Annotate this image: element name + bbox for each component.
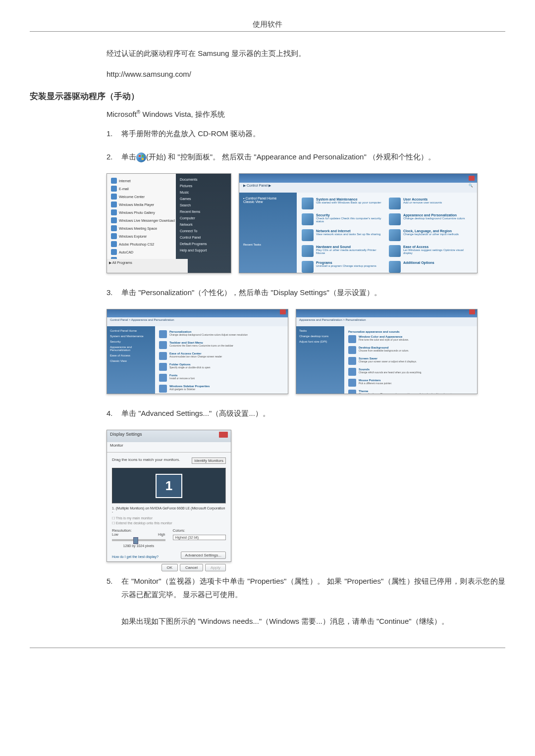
start-button-icon bbox=[136, 152, 146, 162]
ok-button[interactable]: OK bbox=[161, 564, 178, 571]
identify-monitors-button[interactable]: Identify Monitors bbox=[192, 457, 226, 464]
step-5-text: 在 "Monitor"（监视器）选项卡中单击 "Properties"（属性）。… bbox=[121, 574, 505, 628]
step-3-num: 3. bbox=[107, 286, 121, 299]
personalization-icon bbox=[159, 330, 167, 338]
step-2: 2. 单击(开始) 和 "控制面板"。 然后双击 "Appearance and… bbox=[107, 150, 505, 163]
step-4-text: 单击 "Advanced Settings..."（高级设置...）。 bbox=[121, 406, 505, 420]
hardware-icon bbox=[302, 245, 314, 257]
pers-main: Personalize appearance and sounds Window… bbox=[344, 326, 477, 394]
cancel-button[interactable]: Cancel bbox=[180, 564, 203, 571]
step-3-text: 单击 "Personalization"（个性化），然后单击 "Display … bbox=[121, 286, 505, 299]
close-icon bbox=[469, 176, 475, 181]
system-icon bbox=[302, 198, 314, 209]
page-header: 使用软件 bbox=[30, 20, 505, 29]
close-icon bbox=[219, 432, 228, 438]
ease-center-icon bbox=[159, 352, 167, 360]
step-2-screenshots: Internet E-mail Welcome Center Windows M… bbox=[107, 173, 505, 273]
apply-button[interactable]: Apply bbox=[205, 564, 226, 571]
explorer-icon bbox=[111, 233, 117, 239]
all-programs: ▶ All Programs bbox=[107, 259, 188, 273]
main-monitor-checkbox[interactable]: ☐ This is my main monitor bbox=[112, 516, 226, 520]
personalization-panel-screenshot: Appearance and Personalization > Persona… bbox=[296, 309, 478, 394]
close-icon bbox=[469, 309, 475, 314]
start-menu-right: Documents Pictures Music Games Search Re… bbox=[176, 174, 231, 273]
search-box: 🔍 bbox=[469, 184, 473, 192]
screensaver-icon bbox=[348, 357, 356, 365]
autocad-icon bbox=[111, 249, 117, 255]
clock-icon bbox=[389, 229, 401, 241]
users-icon bbox=[389, 198, 401, 209]
appearance-icon bbox=[389, 213, 401, 225]
advanced-settings-button[interactable]: Advanced Settings... bbox=[181, 552, 226, 559]
monitor-selector[interactable]: 1. (Multiple Monitors) on NVIDIA GeForce… bbox=[112, 506, 226, 513]
start-menu-left: Internet E-mail Welcome Center Windows M… bbox=[107, 174, 184, 271]
cp-addressbar: ▶ Control Panel ▶ 🔍 bbox=[239, 183, 477, 193]
intro-text: 经过认证的此驱动程序可在 Samsung 显示器的主页上找到。 bbox=[107, 47, 505, 60]
document-page: 使用软件 经过认证的此驱动程序可在 Samsung 显示器的主页上找到。 htt… bbox=[0, 0, 535, 668]
close-icon bbox=[280, 309, 286, 314]
mouse-icon bbox=[348, 379, 356, 387]
step-1-num: 1. bbox=[107, 127, 121, 140]
step-1: 1. 将手册附带的光盘放入 CD-ROM 驱动器。 bbox=[107, 127, 505, 140]
pers-sidebar: Tasks Change desktop icons Adjust font s… bbox=[296, 326, 344, 394]
appearance-panel-screenshot: Control Panel > Appearance and Personali… bbox=[107, 309, 288, 394]
ps-icon bbox=[111, 241, 117, 247]
header-divider bbox=[30, 31, 505, 32]
extend-desktop-checkbox[interactable]: ☐ Extend the desktop onto this monitor bbox=[112, 521, 226, 525]
appearance-main: PersonalizationChange desktop background… bbox=[155, 326, 288, 394]
step-1-text: 将手册附带的光盘放入 CD-ROM 驱动器。 bbox=[121, 127, 505, 140]
taskbar-icon bbox=[159, 341, 167, 349]
steps-list: 1. 将手册附带的光盘放入 CD-ROM 驱动器。 2. 单击(开始) 和 "控… bbox=[107, 127, 505, 163]
messenger-icon bbox=[111, 217, 117, 223]
os-suffix: Windows Vista, 操作系统 bbox=[140, 110, 225, 118]
wmp-icon bbox=[111, 202, 117, 207]
step-2-text: 单击(开始) 和 "控制面板"。 然后双击 "Appearance and Pe… bbox=[121, 150, 505, 163]
best-display-link[interactable]: How do I get the best display? bbox=[112, 555, 159, 558]
wincolor-icon bbox=[348, 335, 356, 343]
cp-main: System and MaintenanceGet started with W… bbox=[297, 193, 477, 273]
content-block: Microsoft® Windows Vista, 操作系统 1. 将手册附带的… bbox=[107, 109, 505, 163]
section-heading: 安装显示器驱动程序（手动） bbox=[30, 91, 505, 102]
step-4-num: 4. bbox=[107, 406, 121, 420]
appearance-sidebar: Control Panel Home System and Maintenanc… bbox=[107, 326, 155, 394]
folder-opt-icon bbox=[159, 363, 167, 371]
gallery-icon bbox=[111, 209, 117, 215]
additional-icon bbox=[389, 261, 401, 273]
os-prefix: Microsoft bbox=[107, 110, 137, 118]
step-5-num: 5. bbox=[107, 574, 121, 628]
cp-sidebar: • Control Panel Home Classic View Recent… bbox=[239, 193, 297, 273]
start-menu-screenshot: Internet E-mail Welcome Center Windows M… bbox=[107, 173, 231, 273]
step-3: 3. 单击 "Personalization"（个性化），然后单击 "Displ… bbox=[107, 286, 505, 299]
programs-icon bbox=[302, 261, 314, 273]
fonts-icon bbox=[159, 374, 167, 382]
network-icon bbox=[302, 229, 314, 241]
monitor-preview: 1 bbox=[112, 468, 226, 504]
welcome-icon bbox=[111, 194, 117, 200]
step-2-num: 2. bbox=[107, 150, 121, 163]
resolution-slider[interactable]: Resolution: Low High 1280 by 1024 pixels bbox=[112, 528, 165, 548]
mail-icon bbox=[111, 186, 117, 192]
sidebar-props-icon bbox=[159, 385, 167, 393]
step-4: 4. 单击 "Advanced Settings..."（高级设置...）。 bbox=[107, 406, 505, 420]
control-panel-screenshot: ▶ Control Panel ▶ 🔍 • Control Panel Home… bbox=[239, 173, 478, 273]
meeting-icon bbox=[111, 225, 117, 231]
desktop-bg-icon bbox=[348, 346, 356, 354]
display-settings-screenshot: Display Settings Monitor Drag the icons … bbox=[107, 430, 231, 562]
os-line: Microsoft® Windows Vista, 操作系统 bbox=[107, 109, 505, 119]
ds-titlebar: Display Settings bbox=[107, 430, 231, 442]
ie-icon bbox=[111, 178, 117, 184]
security-icon bbox=[302, 213, 314, 225]
cp-titlebar bbox=[239, 174, 477, 183]
samsung-url: http://www.samsung.com/ bbox=[107, 67, 505, 81]
theme-icon bbox=[348, 390, 356, 394]
ease-icon bbox=[389, 245, 401, 257]
step-3-screenshots: Control Panel > Appearance and Personali… bbox=[107, 309, 505, 394]
colors-select[interactable]: Colors: Highest (32 bit) bbox=[173, 528, 226, 548]
ds-tab-monitor: Monitor bbox=[107, 442, 231, 453]
footer-divider bbox=[30, 648, 505, 648]
sounds-icon bbox=[348, 368, 356, 376]
step-5: 5. 在 "Monitor"（监视器）选项卡中单击 "Properties"（属… bbox=[107, 574, 505, 628]
